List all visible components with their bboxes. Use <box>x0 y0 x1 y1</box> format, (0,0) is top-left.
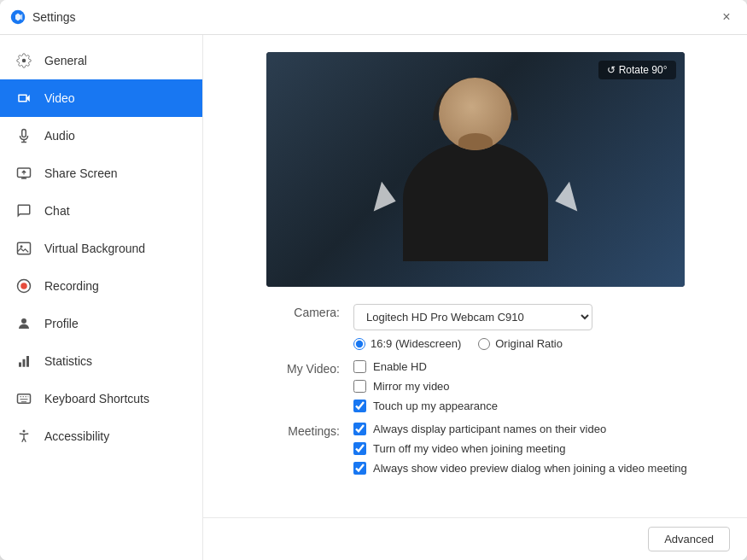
audio-icon <box>14 125 34 146</box>
main-panel: ↺ Rotate 90° Camera: Logitech HD Pro Web… <box>203 35 747 560</box>
sidebar-item-recording[interactable]: Recording <box>0 267 202 305</box>
sidebar-item-keyboard-shortcuts[interactable]: Keyboard Shortcuts <box>0 380 202 417</box>
enable-hd-option[interactable]: Enable HD <box>353 360 721 373</box>
svg-rect-8 <box>23 359 26 367</box>
svg-rect-9 <box>26 356 29 367</box>
sidebar-item-chat[interactable]: Chat <box>0 192 202 230</box>
original-ratio-label: Original Ratio <box>495 337 563 350</box>
rotate-button[interactable]: ↺ Rotate 90° <box>598 61 675 79</box>
bottom-bar: Advanced <box>203 517 747 560</box>
widescreen-option[interactable]: 16:9 (Widescreen) <box>353 337 461 350</box>
original-ratio-option[interactable]: Original Ratio <box>478 337 563 350</box>
enable-hd-label: Enable HD <box>373 360 427 373</box>
sidebar-label-statistics: Statistics <box>44 354 92 368</box>
original-ratio-radio[interactable] <box>478 338 490 350</box>
sidebar-label-virtual-background: Virtual Background <box>44 242 145 255</box>
my-video-label: My Video: <box>254 360 340 376</box>
content-area: General Video Audio <box>0 35 747 560</box>
titlebar-left: Settings <box>10 9 76 25</box>
mirror-video-option[interactable]: Mirror my video <box>353 380 721 393</box>
background-icon <box>14 238 34 259</box>
svg-point-6 <box>21 318 26 324</box>
video-container: ↺ Rotate 90° <box>266 52 685 287</box>
close-button[interactable]: × <box>716 7 737 27</box>
display-names-option[interactable]: Always display participant names on thei… <box>353 423 721 435</box>
sidebar-item-virtual-background[interactable]: Virtual Background <box>0 230 202 267</box>
turn-off-video-checkbox[interactable] <box>353 442 366 455</box>
svg-rect-2 <box>18 242 31 254</box>
sidebar-item-share-screen[interactable]: Share Screen <box>0 155 202 192</box>
svg-point-3 <box>20 245 23 248</box>
meetings-label: Meetings: <box>254 423 340 438</box>
my-video-controls: Enable HD Mirror my video Touch up my ap… <box>353 360 721 412</box>
gear-icon <box>14 50 34 71</box>
camera-row: Camera: Logitech HD Pro Webcam C910 16:9… <box>254 304 721 350</box>
show-preview-checkbox[interactable] <box>353 462 366 475</box>
camera-label: Camera: <box>254 304 340 319</box>
statistics-icon <box>14 351 34 371</box>
meetings-controls: Always display participant names on thei… <box>353 423 721 475</box>
settings-window: Settings × General <box>0 0 747 560</box>
chat-icon <box>14 201 34 221</box>
titlebar: Settings × <box>0 0 747 35</box>
share-screen-icon <box>14 163 34 184</box>
touch-up-checkbox[interactable] <box>353 400 366 412</box>
sidebar-label-chat: Chat <box>44 204 70 218</box>
touch-up-option[interactable]: Touch up my appearance <box>353 400 721 412</box>
svg-rect-7 <box>19 363 21 367</box>
sidebar-item-statistics[interactable]: Statistics <box>0 342 202 380</box>
widescreen-radio[interactable] <box>353 338 365 350</box>
sidebar-item-accessibility[interactable]: Accessibility <box>0 417 202 455</box>
sidebar-label-recording: Recording <box>44 279 99 293</box>
my-video-row: My Video: Enable HD Mirror my video T <box>254 360 721 412</box>
turn-off-video-option[interactable]: Turn off my video when joining meeting <box>353 442 721 455</box>
keyboard-icon <box>14 388 34 409</box>
video-icon <box>14 88 34 108</box>
display-names-checkbox[interactable] <box>353 423 366 435</box>
video-preview-area: ↺ Rotate 90° <box>203 35 747 295</box>
touch-up-label: Touch up my appearance <box>373 400 498 412</box>
meetings-row: Meetings: Always display participant nam… <box>254 423 721 475</box>
mirror-video-label: Mirror my video <box>373 380 450 393</box>
settings-panel: Camera: Logitech HD Pro Webcam C910 16:9… <box>203 295 747 517</box>
accessibility-icon <box>14 426 34 446</box>
turn-off-video-label: Turn off my video when joining meeting <box>373 442 565 455</box>
show-preview-label: Always show video preview dialog when jo… <box>373 462 687 475</box>
sidebar-item-video[interactable]: Video <box>0 79 202 117</box>
sidebar-label-accessibility: Accessibility <box>44 429 109 443</box>
sidebar-label-share-screen: Share Screen <box>44 166 118 180</box>
advanced-button[interactable]: Advanced <box>648 527 730 551</box>
enable-hd-checkbox[interactable] <box>353 360 366 373</box>
display-names-label: Always display participant names on thei… <box>373 423 606 435</box>
show-preview-option[interactable]: Always show video preview dialog when jo… <box>353 462 721 475</box>
svg-point-5 <box>20 283 27 289</box>
svg-point-11 <box>23 430 26 433</box>
sidebar-label-audio: Audio <box>44 129 75 143</box>
sidebar-item-general[interactable]: General <box>0 42 202 79</box>
sidebar-label-keyboard-shortcuts: Keyboard Shortcuts <box>44 392 149 405</box>
mirror-video-checkbox[interactable] <box>353 380 366 393</box>
app-icon <box>10 9 26 25</box>
widescreen-label: 16:9 (Widescreen) <box>371 337 461 350</box>
sidebar-label-general: General <box>44 54 87 67</box>
profile-icon <box>14 313 34 334</box>
video-placeholder <box>266 52 685 287</box>
sidebar-item-audio[interactable]: Audio <box>0 117 202 155</box>
camera-controls: Logitech HD Pro Webcam C910 16:9 (Widesc… <box>353 304 721 350</box>
sidebar-label-profile: Profile <box>44 317 79 330</box>
ratio-radio-group: 16:9 (Widescreen) Original Ratio <box>353 337 721 350</box>
recording-icon <box>14 276 34 296</box>
camera-select[interactable]: Logitech HD Pro Webcam C910 <box>353 304 592 330</box>
sidebar: General Video Audio <box>0 35 203 560</box>
window-title: Settings <box>32 10 76 24</box>
sidebar-item-profile[interactable]: Profile <box>0 305 202 342</box>
sidebar-label-video: Video <box>44 91 75 105</box>
